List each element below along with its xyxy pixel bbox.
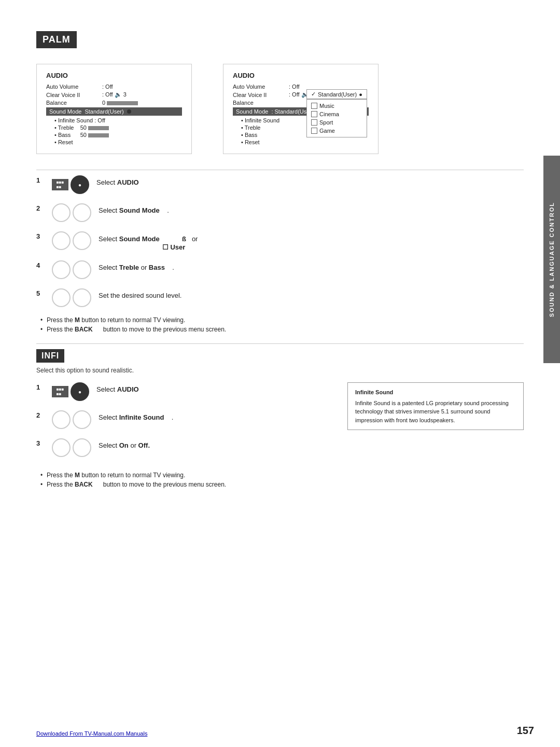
inf-step-1-text: Select AUDIO (96, 382, 332, 393)
step-4-row: 4 Select Treble or Bass . (36, 260, 524, 279)
info-box: Infinite Sound Infinite Sound is a paten… (347, 382, 524, 430)
sound-mode-dot-1 (127, 109, 131, 114)
bass-slider-1 (88, 133, 109, 137)
inf-step-1-number: 1 (36, 382, 45, 391)
sub-bass-1: • Bass 50 (54, 132, 182, 138)
info-box-title: Infinite Sound (355, 388, 516, 397)
info-box-text: Infinite Sound is a patented LG propriet… (355, 399, 516, 425)
step-4-icons (52, 260, 91, 279)
right-sidebar-text: SOUND & LANGUAGE CONTROL (549, 202, 555, 317)
sound-mode-steps: 1 ■■■■■ ● Select AUDIO 2 Select Sound Mo… (36, 175, 524, 333)
dropdown-menu: Music Cinema Sport Game (306, 99, 367, 137)
audio-panel-2: AUDIO Auto Volume : Off Clear Voice II :… (223, 64, 379, 154)
step-5-icon-a (52, 288, 71, 307)
step-2-icon-b (73, 203, 91, 222)
treble-slider-1 (88, 126, 109, 130)
balance-slider-1 (107, 101, 138, 105)
checkbox-cinema (311, 111, 317, 117)
inf-step-2-icons (52, 410, 91, 429)
dropdown-arrow: ● (359, 91, 362, 98)
step-3-row: 3 Select Sound Mode ß or ☐ User (36, 231, 524, 251)
inf-step-1-row: 1 ■■■■■ ● Select AUDIO (36, 382, 332, 401)
clear-voice-label-2: Clear Voice II (233, 92, 285, 98)
sound-mode-bullets: Press the M button to return to normal T… (36, 316, 524, 333)
infinite-bullets: Press the M button to return to normal T… (36, 472, 524, 488)
checkbox-sport (311, 119, 317, 126)
inf-step-3-icons (52, 438, 91, 457)
audio-panel-1-title: AUDIO (46, 72, 182, 79)
auto-volume-val-1: : Off (102, 84, 113, 90)
infinite-steps-left: 1 ■■■■■ ● Select AUDIO 2 Select Infinite… (36, 382, 332, 466)
step-5-row: 5 Set the desired sound level. (36, 288, 524, 307)
remote-badge-1: ■■■■■ (52, 179, 68, 190)
step-2-icons (52, 203, 91, 222)
audio-row-balance-1: Balance 0 (46, 100, 182, 106)
sound-mode-row-1: Sound Mode Standard(User) (46, 107, 182, 116)
infinite-sound-section: INFI Select this option to sound realist… (36, 349, 524, 488)
step-1-text: Select AUDIO (96, 175, 524, 186)
balance-label-1: Balance (46, 100, 98, 106)
inf-step-2-row: 2 Select Infinite Sound . (36, 410, 332, 429)
sound-mode-label-2: Sound Mode (236, 108, 268, 115)
divider-1 (36, 170, 524, 170)
step-5-icons (52, 288, 91, 307)
step-3-icon-b (73, 231, 91, 250)
step-4-icon-a (52, 260, 71, 279)
auto-volume-val-2: : Off (289, 84, 300, 90)
step-5-number: 5 (36, 288, 45, 297)
inf-step-2-text: Select Infinite Sound . (99, 410, 332, 421)
step-4-icon-b (73, 260, 91, 279)
inf-step-2-icon-a (52, 410, 71, 429)
dropdown-selected: ✓ Standard(User) ● (306, 89, 367, 99)
inf-step-3-icon-b (73, 438, 91, 457)
checkbox-game (311, 128, 317, 134)
audio-row-clearvoice-1: Clear Voice II : Off 🔈 3 (46, 91, 182, 98)
bullet-back-button-1: Press the BACK button to move to the pre… (36, 326, 524, 333)
inf-step-3-row: 3 Select On or Off. (36, 438, 332, 457)
checkbox-music (311, 103, 317, 109)
step-3-icon-a (52, 231, 71, 250)
page-number: 157 (517, 725, 534, 737)
step-3-icons (52, 231, 91, 250)
sub-infinite-1: • Infinite Sound : Off (54, 117, 182, 123)
divider-2 (36, 343, 524, 344)
infinite-two-col: 1 ■■■■■ ● Select AUDIO 2 Select Infinite… (36, 382, 524, 466)
step-4-text: Select Treble or Bass . (99, 260, 524, 271)
sub-treble-1: • Treble 50 (54, 125, 182, 131)
page-container: PALM AUDIO Auto Volume : Off Clear Voice… (0, 0, 560, 747)
infinite-subtitle: Select this option to sound realistic. (36, 367, 524, 374)
balance-label-2: Balance (233, 100, 285, 106)
inf-remote-badge: ■■■■■ (52, 386, 68, 397)
step-2-text: Select Sound Mode . (99, 203, 524, 214)
step-2-row: 2 Select Sound Mode . (36, 203, 524, 222)
audio-row-autovol-1: Auto Volume : Off (46, 84, 182, 90)
step-1-icons: ■■■■■ ● (52, 175, 89, 194)
auto-volume-label-2: Auto Volume (233, 84, 285, 90)
inf-step-3-number: 3 (36, 438, 45, 447)
step-3-text-block: Select Sound Mode ß or ☐ User (99, 231, 524, 251)
inf-step-1-icons: ■■■■■ ● (52, 382, 89, 401)
inf-bullet-back-button: Press the BACK button to move to the pre… (36, 481, 524, 488)
audio-panel-2-title: AUDIO (233, 72, 369, 79)
dropdown-overlay: ✓ Standard(User) ● Music Cinema Sport Ga… (306, 89, 367, 137)
step-1-number: 1 (36, 175, 45, 184)
inf-step-2-number: 2 (36, 410, 45, 419)
step-4-number: 4 (36, 260, 45, 269)
right-sidebar: SOUND & LANGUAGE CONTROL (543, 156, 560, 363)
dropdown-item-music: Music (307, 102, 367, 110)
sound-mode-label-1: Sound Mode (49, 108, 81, 115)
bottom-link[interactable]: Downloaded From TV-Manual.com Manuals (36, 730, 147, 737)
checkmark-icon: ✓ (311, 91, 316, 98)
inf-remote-main: ● (71, 382, 89, 401)
inf-step-3-icon-a (52, 438, 71, 457)
balance-val-1: 0 (102, 100, 138, 106)
step-5-icon-b (73, 288, 91, 307)
clear-voice-label-1: Clear Voice II (46, 92, 98, 98)
sound-mode-val-1: Standard(User) (85, 108, 123, 115)
step-3-text: Select Sound Mode ß or (99, 232, 198, 243)
inf-bullet-m-button: Press the M button to return to normal T… (36, 472, 524, 479)
audio-diagrams: AUDIO Auto Volume : Off Clear Voice II :… (36, 64, 524, 154)
step-2-number: 2 (36, 203, 45, 212)
step-2-icon-a (52, 203, 71, 222)
infinite-steps-right: Infinite Sound Infinite Sound is a paten… (347, 382, 524, 466)
